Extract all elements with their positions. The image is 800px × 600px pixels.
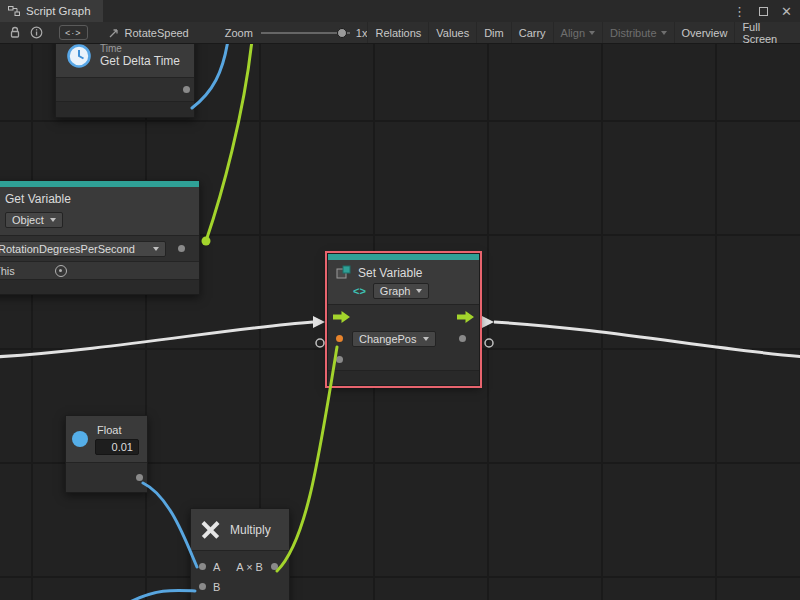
unconnected-port-right[interactable] <box>485 339 493 347</box>
node-float[interactable]: Float 0.01 <box>65 415 148 493</box>
blue-wire-float-to-a <box>143 483 197 567</box>
variable-name-dropdown[interactable]: RotationDegreesPerSecond <box>0 241 166 257</box>
dropdown-arrow-icon <box>416 289 422 296</box>
graph-name: RotateSpeed <box>125 27 189 39</box>
variable-scope-dropdown[interactable]: Object <box>5 212 63 228</box>
input-a-label: A <box>213 561 220 573</box>
unconnected-port-left[interactable] <box>316 339 324 347</box>
dropdown-arrow-icon <box>661 31 667 38</box>
code-icon: <> <box>353 285 366 297</box>
zoom-slider-knob[interactable] <box>337 28 347 38</box>
relations-button[interactable]: Relations <box>367 22 428 43</box>
variable-scope-dropdown[interactable]: Graph <box>373 283 430 299</box>
float-icon <box>72 431 88 447</box>
script-graph-icon <box>8 5 20 17</box>
multiply-input-b-port[interactable] <box>199 583 206 590</box>
dim-button[interactable]: Dim <box>476 22 511 43</box>
graph-toolbar: <·> RotateSpeed Zoom 1x Relations Values… <box>0 22 800 44</box>
node-title: Get Delta Time <box>100 54 180 68</box>
window-maximize-icon[interactable] <box>759 7 768 16</box>
machine-icon <box>108 27 120 39</box>
window-menu-icon[interactable]: ⋮ <box>733 4 746 19</box>
dropdown-arrow-icon <box>423 337 429 344</box>
node-title: Set Variable <box>358 266 422 280</box>
zoom-label: Zoom <box>225 27 253 39</box>
info-icon[interactable] <box>30 26 43 39</box>
distribute-button[interactable]: Distribute <box>602 22 673 43</box>
multiply-icon <box>201 520 220 539</box>
tab-title: Script Graph <box>26 5 91 17</box>
output-label: A × B <box>236 561 263 573</box>
node-category: Time <box>100 44 180 54</box>
blue-wire-top <box>192 44 228 108</box>
tab-bar: Script Graph ⋮ ✕ <box>0 0 800 22</box>
graph-reference[interactable]: RotateSpeed <box>108 27 189 39</box>
align-button[interactable]: Align <box>553 22 602 43</box>
value-output-port[interactable] <box>459 335 466 342</box>
node-get-variable[interactable]: Get Variable Object RotationDegreesPerSe… <box>0 180 200 295</box>
variable-value-port[interactable] <box>178 245 185 252</box>
overview-button[interactable]: Overview <box>674 22 735 43</box>
self-value-label: This <box>0 265 15 277</box>
window-close-icon[interactable]: ✕ <box>781 4 792 19</box>
clock-icon <box>66 44 92 69</box>
blue-wire-to-b <box>126 590 195 600</box>
carry-button[interactable]: Carry <box>511 22 553 43</box>
float-value-input[interactable]: 0.01 <box>95 439 139 455</box>
lock-icon[interactable] <box>9 26 21 39</box>
node-set-variable[interactable]: Set Variable <> Graph ChangePos <box>327 253 480 386</box>
zoom-slider[interactable] <box>261 27 350 39</box>
fallback-input-port[interactable] <box>336 356 343 363</box>
flow-output-port[interactable] <box>457 311 474 323</box>
flow-input-port[interactable] <box>333 311 350 323</box>
node-title: Multiply <box>230 523 271 537</box>
node-title: Float <box>97 424 139 436</box>
node-title: Get Variable <box>5 192 189 206</box>
dropdown-arrow-icon <box>50 218 56 225</box>
edit-source-button[interactable]: <·> <box>59 25 88 40</box>
input-b-label: B <box>213 581 220 593</box>
dropdown-arrow-icon <box>153 247 159 254</box>
flow-arrowhead-left <box>313 316 325 328</box>
zoom-value: 1x <box>356 27 368 39</box>
multiply-output-port[interactable] <box>271 563 278 570</box>
node-get-delta-time[interactable]: Time Get Delta Time <box>55 44 195 118</box>
value-input-port[interactable] <box>336 335 343 342</box>
target-icon[interactable] <box>55 265 67 277</box>
green-wire-endpoint <box>202 237 211 246</box>
variable-name-dropdown[interactable]: ChangePos <box>352 331 436 347</box>
multiply-input-a-port[interactable] <box>199 563 206 570</box>
node-multiply[interactable]: Multiply A A × B B <box>190 508 290 600</box>
dropdown-arrow-icon <box>589 31 595 38</box>
delta-time-output-port[interactable] <box>183 86 190 93</box>
fullscreen-button[interactable]: Full Screen <box>734 22 800 43</box>
values-button[interactable]: Values <box>428 22 476 43</box>
tab-script-graph[interactable]: Script Graph <box>0 0 103 22</box>
variable-icon <box>336 265 351 280</box>
float-output-port[interactable] <box>136 474 143 481</box>
graph-canvas[interactable]: Time Get Delta Time Get Variable Object … <box>0 44 800 600</box>
green-wire-up <box>206 44 252 241</box>
flow-arrowhead-right <box>482 316 494 328</box>
